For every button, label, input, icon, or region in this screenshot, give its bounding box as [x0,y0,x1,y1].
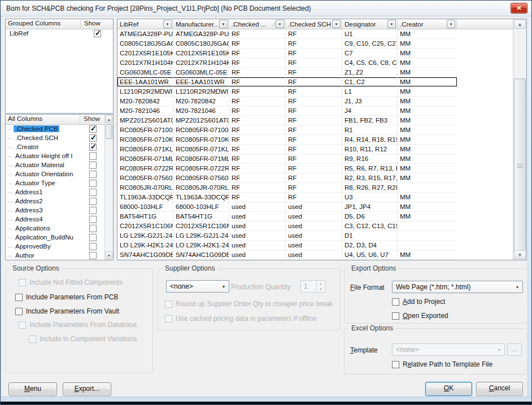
column-header[interactable]: Manufacturer... ▼ [173,19,229,29]
column-list-item[interactable]: Actuator Type [6,179,104,188]
column-list-item[interactable]: Address3 [6,206,104,215]
scroll-up-button[interactable]: ▲ [106,115,112,123]
filter-dropdown-button[interactable]: ▼ [219,20,228,28]
show-checkbox[interactable] [89,153,97,160]
grouped-columns-name-header[interactable]: Grouped Columns [6,19,80,29]
column-list-item[interactable]: .Checked SCH [6,134,104,143]
all-columns-scroll-thumb[interactable] [106,124,112,139]
table-scrollbar[interactable]: ▲ ▼ [513,19,526,260]
column-list-item[interactable]: .Checked PCB [6,125,104,134]
column-list-item[interactable]: Actuator Height off I [6,152,104,161]
table-row[interactable]: M20-7820842 M20-7820842 RF RF J1, J3 MM [117,97,457,106]
column-list-item[interactable]: Applications [6,224,104,233]
file-format-combo[interactable]: Web Page (*.htm; *.html) ▼ [392,281,523,293]
table-row[interactable]: C0805C180J5GACTU C0805C180J5GACTU RF RF … [117,39,457,49]
checkbox-box[interactable] [15,294,23,301]
ok-button[interactable]: OK [425,382,472,396]
table-row[interactable]: 68000-103HLF 68000-103HLF used used JP1,… [117,202,457,212]
checkbox-box[interactable] [15,308,23,315]
grouped-column-item[interactable]: LibRef [6,29,113,39]
table-scroll-down-button[interactable]: ▼ [514,250,526,259]
column-list-item[interactable]: Address1 [6,188,104,197]
column-list-item[interactable]: .Creator [6,143,104,152]
checkbox-box[interactable] [392,298,399,306]
menu-button[interactable]: Menu [8,382,57,396]
table-row[interactable]: ATMEGA328P-PU ATMEGA328P-PU RF RF U1 MM [117,29,457,39]
show-checkbox[interactable] [89,243,97,250]
table-row[interactable]: TL1963A-33DCQR TL1963A-33DCQR RF RF U3 M… [117,193,457,202]
show-checkbox[interactable] [89,143,97,151]
table-row[interactable]: C2012X5R1E105K12 C2012X5R1E105K12 RF RF … [117,49,457,58]
column-list-item[interactable]: Application_BuildNu [6,233,104,242]
show-checkbox[interactable] [89,225,97,232]
grouped-columns-show-header[interactable]: Show [80,19,113,29]
filter-dropdown-button[interactable]: ▼ [276,20,284,28]
column-list-item[interactable]: Author [6,251,104,260]
show-checkbox[interactable] [89,134,97,142]
show-checkbox[interactable] [89,234,97,241]
table-row[interactable]: SN74AHC1G09DBV SN74AHC1G09DBV used used … [117,250,457,260]
cancel-button[interactable]: Cancel [476,382,523,396]
table-row[interactable]: MPZ2012S601AT000 MPZ2012S601AT000 RF RF … [117,116,457,125]
supplier-combo[interactable]: <none> ▼ [166,280,229,293]
include-params-pcb-checkbox[interactable]: Include Parameters From PCB [15,293,118,301]
table-row[interactable]: L1210R2R2MDWIT L1210R2R2MDWIT RF RF L1 M… [117,87,457,97]
filter-dropdown-button[interactable]: ▼ [163,20,172,28]
close-button[interactable]: ✕ [511,3,527,14]
grouped-show-checkbox[interactable] [94,30,101,37]
show-checkbox[interactable] [89,252,97,259]
table-row[interactable]: M20-7821046 M20-7821046 RF RF J4 MM [117,106,457,116]
table-scroll-thumb[interactable] [514,79,526,254]
all-columns-show-header[interactable]: Show [80,115,104,124]
checkbox-box[interactable] [392,361,399,368]
show-checkbox[interactable] [89,198,97,205]
table-row[interactable]: CG0603MLC-05E CG0603MLC-05E RF RF Z1, Z2… [117,68,457,77]
column-list-item[interactable]: Address4 [6,215,104,224]
table-row[interactable]: RC0805FR-07560RL RC0805FR-07560RL RF RF … [117,173,457,183]
include-params-vault-checkbox[interactable]: Include Parameters From Vault [15,307,119,315]
cell-designator: C9, C10, C25, C27 [342,39,398,48]
all-columns-name-header[interactable]: All Columns [6,115,80,124]
relative-path-checkbox[interactable]: Relative Path to Template File [392,360,492,368]
table-row[interactable]: LO L29K-H2K1-24-Z LO L29K-H2K1-24-Z used… [117,241,457,250]
checkbox-box[interactable] [392,312,399,320]
filter-dropdown-button[interactable]: ▼ [332,20,341,28]
column-list-item[interactable]: ApprovedBy [6,242,104,251]
table-row[interactable]: C2012X5R1C106M C2012X5R1C106M/ used used… [117,221,457,231]
open-exported-checkbox[interactable]: Open Exported [392,312,448,320]
show-checkbox[interactable] [89,189,97,196]
show-checkbox[interactable] [89,180,97,187]
title-bar[interactable]: Bom for SCH&PCB checking For Project [28… [1,1,531,16]
table-row[interactable]: RC0805FR-0710KL RC0805FR-0710KL RF RF R4… [117,135,457,145]
table-row[interactable]: RC0805FR-071KL RC0805FR-071KL RF RF R10,… [117,145,457,154]
table-row[interactable]: EEE-1AA101WR EEE-1AA101WR RF RF C1, C2 M… [117,77,457,87]
column-header[interactable]: .Creator ▼ [398,19,457,29]
table-row[interactable]: LG L29K-G2J1-24-Z LG L29K-G2J1-24-Z used… [117,231,457,241]
table-row[interactable]: RC0805FR-0722RL RC0805FR-0722RL RF RF R5… [117,164,457,173]
show-checkbox[interactable] [89,125,97,133]
table-row[interactable]: BAT54HT1G BAT54HT1G used used D5, D6 MM [117,212,457,221]
column-list-item[interactable]: Address2 [6,197,104,206]
filter-dropdown-button[interactable]: ▼ [387,20,396,28]
column-header[interactable]: .Checked ... ∕ ▼ [229,19,286,29]
column-header[interactable]: Designator ▼ [342,19,398,29]
table-row[interactable]: C2012X7R1H104K08 C2012X7R1H104K08 RF RF … [117,58,457,68]
show-checkbox[interactable] [89,162,97,169]
table-row[interactable]: RC0805JR-070RL RC0805JR-070RL RF RF R8, … [117,183,457,193]
show-checkbox[interactable] [89,216,97,223]
show-checkbox[interactable] [89,207,97,214]
column-header[interactable]: .Checked SCH ▼ [286,19,342,29]
column-header[interactable]: LibRef ▼ [117,19,173,29]
export-button[interactable]: Export... [63,382,111,396]
scroll-down-button[interactable]: ▼ [106,251,112,259]
table-row[interactable]: RC0805FR-07100KL RC0805FR-07100KL RF RF … [117,125,457,135]
show-checkbox[interactable] [89,171,97,178]
filter-dropdown-button[interactable]: ▼ [447,20,455,28]
column-list-item[interactable]: Actuator Material [6,161,104,170]
add-to-project-checkbox[interactable]: Add to Project [392,298,445,306]
table-row[interactable]: RC0805FR-071ML RC0805FR-071ML RF RF R9, … [117,154,457,164]
column-list-item[interactable]: Actuator Orientation [6,170,104,179]
all-columns-scrollbar[interactable]: ▲ ▼ [104,115,113,260]
cell-manufacturer: ATMEGA328P-PU [173,29,229,38]
table-scroll-up-button[interactable]: ▲ [514,20,526,29]
